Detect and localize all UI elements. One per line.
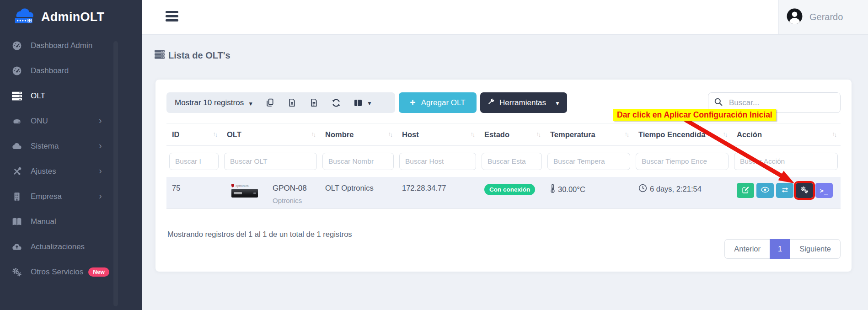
olt-brand: Optronics <box>273 197 307 204</box>
book-icon <box>11 216 23 227</box>
chevron-right-icon: › <box>99 115 102 126</box>
column-header-olt[interactable]: OLT↑↓ <box>221 130 320 139</box>
refresh-button[interactable] <box>332 98 341 107</box>
tools-icon <box>11 166 23 177</box>
sidebar-scrollbar[interactable] <box>113 41 118 306</box>
export-excel-button[interactable] <box>288 98 297 107</box>
sync-olt-button[interactable] <box>776 183 793 198</box>
cell-estado: Con conexión <box>479 177 545 208</box>
terminal-icon: >_ <box>820 187 829 194</box>
sort-icon: ↑↓ <box>388 131 393 138</box>
table-length-toolbar: Mostrar 10 registros▼ <box>166 92 395 113</box>
olt-list-card: Mostrar 10 registros▼ <box>155 80 852 272</box>
plus-icon: + <box>410 97 415 108</box>
cell-id: 75 <box>166 177 221 208</box>
cell-tiempo-encendida: 6 days, 2:21:54 <box>633 177 731 208</box>
filter-estado-input[interactable] <box>482 153 542 170</box>
search-icon <box>714 97 723 108</box>
caret-down-icon: ▼ <box>248 101 253 107</box>
cloud-upload-icon <box>11 241 23 252</box>
adminolt-page: AdminOLT Dashboard Admin Dashboard OLT <box>0 0 868 310</box>
gauge-icon <box>11 40 23 51</box>
new-badge: New <box>88 267 109 277</box>
cell-olt: optronics. GPON-08 Optronics <box>221 177 320 208</box>
sidebar-item-actualizaciones[interactable]: Actualizaciones <box>0 234 142 259</box>
exchange-arrows-icon <box>781 187 789 194</box>
view-olt-button[interactable] <box>756 183 774 198</box>
records-info: Mostrando registros del 1 al 1 de un tot… <box>166 230 352 239</box>
table-header-row: ID↑↓ OLT↑↓ Nombre↑↓ Host↑↓ Estado↑↓ Temp… <box>166 123 841 146</box>
cloud-router-logo-icon <box>13 7 37 27</box>
user-name: Gerardo <box>809 12 843 22</box>
table-row: 75 optronics. GPON-08 Optronics OLT Optr… <box>166 177 841 209</box>
filter-olt-input[interactable] <box>224 153 317 170</box>
pagination-page-1-button[interactable]: 1 <box>770 239 790 259</box>
rack-device-image <box>231 189 258 198</box>
sidebar-item-dashboard[interactable]: Dashboard <box>0 58 142 83</box>
filter-accion-input[interactable] <box>734 153 838 170</box>
sort-icon: ↑↓ <box>311 131 316 138</box>
building-icon <box>11 191 23 202</box>
filter-id-input[interactable] <box>169 153 219 170</box>
cloud-icon <box>11 141 23 152</box>
eye-icon <box>761 187 770 194</box>
filter-temperatura-input[interactable] <box>547 153 630 170</box>
sidebar-item-ajustes[interactable]: Ajustes › <box>0 159 142 184</box>
column-header-tiempo-encendida[interactable]: Tiempo Encendida↑↓ <box>633 130 731 139</box>
caret-down-icon: ▼ <box>367 100 372 107</box>
server-icon <box>155 49 165 62</box>
thermometer-icon <box>550 184 555 195</box>
pagination-previous-button[interactable]: Anterior <box>724 239 770 259</box>
edit-olt-button[interactable] <box>737 183 754 198</box>
sort-icon: ↑↓ <box>625 131 630 138</box>
copy-button[interactable] <box>266 98 275 107</box>
export-file-button[interactable] <box>310 98 319 107</box>
topbar: Gerardo <box>142 0 868 35</box>
show-entries-dropdown[interactable]: Mostrar 10 registros▼ <box>175 98 253 107</box>
sidebar-item-onu[interactable]: ONU › <box>0 108 142 134</box>
sort-icon: ↑↓ <box>471 131 476 138</box>
sidebar-nav: Dashboard Admin Dashboard OLT ONU › <box>0 33 142 284</box>
column-header-nombre[interactable]: Nombre↑↓ <box>320 130 396 139</box>
column-header-accion[interactable]: Acción↑↓ <box>731 130 841 139</box>
chevron-right-icon: › <box>99 166 102 176</box>
olt-table: ID↑↓ OLT↑↓ Nombre↑↓ Host↑↓ Estado↑↓ Temp… <box>166 123 841 209</box>
terminal-button[interactable]: >_ <box>815 183 833 198</box>
sidebar-item-sistema[interactable]: Sistema › <box>0 134 142 159</box>
filter-tiempo-input[interactable] <box>636 153 729 170</box>
sort-icon: ↑↓ <box>723 131 728 138</box>
app-logo[interactable]: AdminOLT <box>0 0 142 28</box>
table-toolbar: Mostrar 10 registros▼ <box>166 92 841 113</box>
hamburger-menu-icon[interactable] <box>166 11 178 21</box>
filter-host-input[interactable] <box>399 153 476 170</box>
sort-icon: ↑↓ <box>213 131 218 138</box>
column-header-id[interactable]: ID↑↓ <box>166 130 221 139</box>
chevron-right-icon: › <box>99 140 102 151</box>
olt-device-image: optronics. <box>231 184 258 208</box>
filter-nombre-input[interactable] <box>322 153 394 170</box>
clock-icon <box>638 184 647 194</box>
column-header-estado[interactable]: Estado↑↓ <box>479 130 545 139</box>
device-icon <box>11 116 23 127</box>
sidebar-item-manual[interactable]: Manual <box>0 209 142 234</box>
server-icon <box>11 91 23 102</box>
sort-icon: ↑↓ <box>536 131 541 138</box>
caret-down-icon: ▼ <box>555 100 560 107</box>
gears-icon <box>800 186 809 195</box>
sidebar-item-empresa[interactable]: Empresa › <box>0 184 142 209</box>
user-menu[interactable]: Gerardo <box>778 0 868 34</box>
sidebar-item-olt[interactable]: OLT <box>0 83 142 108</box>
search-input[interactable] <box>728 98 835 108</box>
tools-dropdown-button[interactable]: Herramientas ▼ <box>480 92 567 113</box>
app-name: AdminOLT <box>41 10 104 24</box>
sidebar-item-dashboard-admin[interactable]: Dashboard Admin <box>0 33 142 58</box>
pagination-next-button[interactable]: Siguiente <box>790 239 841 259</box>
sidebar-item-otros-servicios[interactable]: Otros Servicios New <box>0 259 142 284</box>
column-header-host[interactable]: Host↑↓ <box>396 130 479 139</box>
chevron-right-icon: › <box>99 191 102 201</box>
column-header-temperatura[interactable]: Temperatura↑↓ <box>545 130 633 139</box>
add-olt-button[interactable]: + Agregar OLT <box>399 92 477 113</box>
table-filter-row <box>166 146 841 177</box>
apply-initial-config-button[interactable] <box>796 183 813 198</box>
column-visibility-dropdown[interactable]: ▼ <box>354 98 372 107</box>
